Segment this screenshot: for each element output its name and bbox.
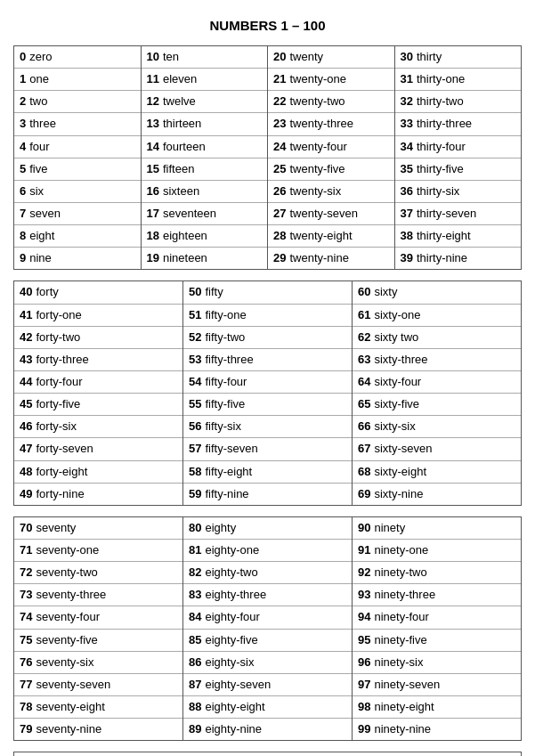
number-digit: 54	[189, 375, 201, 388]
number-word: sixty-nine	[374, 487, 423, 500]
number-digit: 33	[401, 117, 413, 130]
number-row: 19nineteen	[142, 248, 268, 269]
number-row: 85eighty-five	[183, 630, 352, 652]
number-row: 53fifty-three	[183, 349, 352, 371]
number-digit: 95	[358, 633, 370, 646]
number-row: 8eight	[14, 225, 141, 248]
number-word: sixty-seven	[374, 442, 432, 455]
number-word: twenty-seven	[289, 207, 358, 220]
number-row: 6six	[14, 181, 141, 203]
number-row: 75seventy-five	[14, 630, 182, 652]
number-word: twenty-six	[289, 184, 341, 198]
number-digit: 70	[20, 521, 32, 534]
number-word: forty-three	[36, 353, 88, 366]
number-word: thirty-eight	[417, 229, 471, 242]
number-digit: 85	[189, 633, 201, 646]
number-word: twenty-five	[289, 162, 345, 175]
number-row: 82eighty-two	[183, 562, 352, 584]
number-digit: 2	[20, 94, 26, 108]
number-word: sixty-eight	[374, 465, 426, 478]
number-digit: 4	[20, 140, 26, 153]
number-row: 35thirty-five	[395, 159, 522, 181]
number-row: 65sixty-five	[353, 394, 521, 416]
number-digit: 76	[20, 655, 32, 669]
number-word: seventy-three	[36, 588, 106, 601]
number-word: eleven	[163, 72, 197, 85]
number-word: fourteen	[163, 140, 206, 153]
number-digit: 42	[20, 330, 32, 344]
number-row: 7seven	[14, 203, 141, 225]
number-word: forty-nine	[36, 487, 84, 500]
col-1-2: 10ten11eleven12twelve13thirteen14fourtee…	[142, 46, 269, 269]
number-row: 9nine	[14, 248, 141, 269]
number-row: 30thirty	[395, 46, 522, 69]
number-word: four	[29, 140, 49, 153]
number-row: 77seventy-seven	[14, 674, 182, 696]
number-digit: 5	[20, 162, 26, 175]
number-row: 79seventy-nine	[14, 719, 182, 740]
col-3-2: 80eighty81eighty-one82eighty-two83eighty…	[183, 517, 353, 740]
number-row: 51fifty-one	[183, 305, 352, 327]
number-word: seventy-seven	[36, 678, 110, 691]
number-row: 22twenty-two	[268, 91, 394, 113]
number-word: thirty-four	[417, 140, 466, 153]
number-word: sixty-four	[374, 375, 421, 388]
number-row: 18eighteen	[142, 225, 268, 248]
number-row: 69sixty-nine	[353, 484, 521, 505]
number-row: 86eighty-six	[183, 652, 352, 674]
number-row: 92ninety-two	[353, 562, 521, 584]
number-row: 95ninety-five	[353, 630, 521, 652]
number-row: 71seventy-one	[14, 540, 182, 562]
number-word: twenty-nine	[289, 251, 348, 264]
number-digit: 37	[401, 207, 413, 220]
number-word: fifty-five	[205, 397, 245, 411]
number-row: 96ninety-six	[353, 652, 521, 674]
number-digit: 67	[358, 442, 370, 455]
number-word: fifty-six	[205, 419, 240, 433]
number-row: 1one	[14, 69, 141, 91]
number-digit: 65	[358, 397, 370, 411]
number-digit: 94	[358, 610, 370, 623]
number-word: seventeen	[163, 207, 216, 220]
number-word: eighty-nine	[205, 722, 262, 736]
col-1-4: 30thirty31thirty-one32thirty-two33thirty…	[395, 46, 522, 269]
number-word: ninety-nine	[374, 722, 431, 736]
number-word: fifty-seven	[205, 442, 257, 455]
number-word: ninety	[374, 521, 405, 534]
number-digit: 91	[358, 543, 370, 557]
number-digit: 73	[20, 588, 32, 601]
number-word: seventy-two	[36, 565, 97, 579]
number-digit: 80	[189, 521, 201, 534]
number-word: ninety-four	[374, 610, 428, 623]
number-word: zero	[29, 50, 52, 63]
number-row: 74seventy-four	[14, 606, 182, 629]
number-digit: 17	[147, 207, 159, 220]
number-word: ninety-six	[374, 655, 423, 669]
number-word: thirty-two	[417, 94, 464, 108]
number-row: 2two	[14, 91, 141, 113]
number-row: 80eighty	[183, 517, 352, 540]
number-digit: 57	[189, 442, 201, 455]
number-word: ninety-eight	[374, 700, 434, 713]
number-digit: 46	[20, 419, 32, 433]
number-digit: 34	[401, 140, 413, 153]
number-row: 61sixty-one	[353, 305, 521, 327]
number-row: 88eighty-eight	[183, 696, 352, 719]
number-row: 81eighty-one	[183, 540, 352, 562]
number-row: 4four	[14, 136, 141, 159]
number-word: eighty-five	[205, 633, 257, 646]
section-3: 70seventy71seventy-one72seventy-two73sev…	[13, 516, 522, 741]
number-digit: 56	[189, 419, 201, 433]
number-word: eighty-four	[205, 610, 259, 623]
number-word: thirty	[417, 50, 442, 63]
number-digit: 82	[189, 565, 201, 579]
number-row: 38thirty-eight	[395, 225, 522, 248]
number-row: 91ninety-one	[353, 540, 521, 562]
number-word: thirty-nine	[417, 251, 467, 264]
col-2-3: 60sixty61sixty-one62sixty two63sixty-thr…	[353, 281, 521, 504]
number-digit: 25	[273, 162, 286, 175]
number-row: 70seventy	[14, 517, 182, 540]
number-row: 67sixty-seven	[353, 438, 521, 460]
number-digit: 47	[20, 442, 32, 455]
number-row: 41forty-one	[14, 305, 182, 327]
